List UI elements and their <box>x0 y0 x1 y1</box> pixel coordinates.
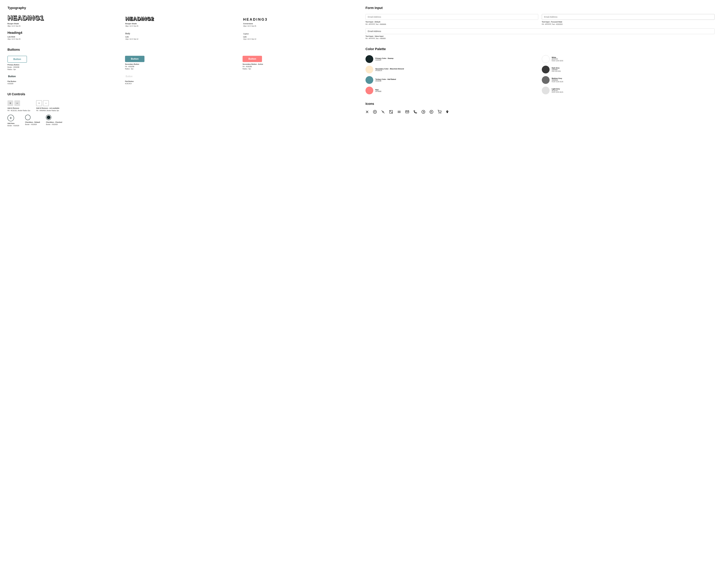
plus-icon <box>9 116 13 120</box>
email-input-default[interactable] <box>365 14 538 20</box>
color-swatch-dark-grey <box>542 66 550 74</box>
menu-icon <box>397 110 401 114</box>
input-row-1: Text Input - Default Fill - #FFFFFF, Tex… <box>365 14 715 25</box>
color-dark-grey: Dark Grey #383838 R56 G56 B56 <box>542 66 715 74</box>
add-remove-label: Add & Remove Fill - #E1E1E1, Border Radi… <box>7 107 30 112</box>
color-white: White #FFFFFF R255 G255 B255 <box>542 55 715 63</box>
heading3-label: Cornerstone 24px / ch 0 / line 25 <box>243 22 357 27</box>
add-remove-disabled-buttons: + − <box>36 100 59 106</box>
typography-section: Typography HEADING1 Bungee Shade 48px / … <box>7 6 357 40</box>
svg-point-19 <box>439 113 439 113</box>
icons-section: Icons <box>365 102 715 114</box>
color-light-grey: Light Grey #E1E1E1 R225 G225 B225 <box>542 87 715 94</box>
ui-controls-section: UI Controls + − Add & Remove Fill - #E1E… <box>7 92 357 127</box>
secondary-active-button[interactable]: Button <box>242 56 262 62</box>
heading2-item: HEADING2 Bungee Shade 36px / ch 0 / line… <box>125 16 239 27</box>
checkbox-checked-group: Checkbox - Checked Border - #162628 <box>46 115 62 126</box>
heading2-label: Bungee Shade 36px / ch 0 / line 25 <box>125 22 239 27</box>
color-info-white: White #FFFFFF R255 G255 B255 <box>552 57 563 62</box>
color-red: Red #FF8080 <box>365 87 538 94</box>
flat-disabled-button: Button <box>125 74 133 79</box>
remove-button[interactable]: − <box>14 100 20 106</box>
color-info-swamp: Primary Color - Swamp #162628 <box>375 58 394 61</box>
input-default-group: Text Input - Default Fill - #FFFFFF, Tex… <box>365 14 538 25</box>
primary-button-label: Primary Button Border - #53929BRadius - … <box>7 64 122 70</box>
add-circle-icon <box>373 110 377 114</box>
svg-line-7 <box>381 110 383 111</box>
icons-title: Icons <box>365 102 715 106</box>
checkbox-default-group: Checkbox - Default Border - #162628 <box>25 115 40 126</box>
color-row-2: Secondary Color - Blanched Almond #FDE9C… <box>365 66 715 74</box>
arrow-right-circle-icon <box>421 110 425 114</box>
add-item-button[interactable] <box>7 115 14 121</box>
caption-display: Caption <box>243 33 357 35</box>
color-row-3: Tertiary Color - Half Baked #53929B Medi… <box>365 76 715 84</box>
arrow-left-circle-icon <box>429 110 433 114</box>
svg-line-10 <box>389 110 392 113</box>
heading4-item: Heading4 Lato Bold 16px / ch 0 / line 25 <box>7 31 121 40</box>
primary-button-group: Button Primary Button Border - #53929BRa… <box>7 56 122 70</box>
type-row-1: HEADING1 Bungee Shade 48px / ch 0 / line… <box>7 14 357 27</box>
buttons-title: Buttons <box>7 48 357 51</box>
form-input-section: Form Input Text Input - Default Fill - #… <box>365 6 715 40</box>
color-half-baked: Tertiary Color - Half Baked #53929B <box>365 76 538 84</box>
controls-row-1: + − Add & Remove Fill - #E1E1E1, Border … <box>7 100 357 112</box>
color-palette-title: Color Palette <box>365 47 715 51</box>
email-input-value[interactable] <box>365 28 715 34</box>
color-info-blanched-almond: Secondary Color - Blanched Almond #FDE9C… <box>375 68 404 71</box>
compress-icon <box>381 110 385 114</box>
add-remove-buttons: + − <box>7 100 30 106</box>
color-row-4: Red #FF8080 Light Grey #E1E1E1 R225 G225… <box>365 87 715 94</box>
color-swatch-red <box>365 87 373 94</box>
color-row-1: Primary Color - Swamp #162628 White #FFF… <box>365 55 715 63</box>
heading2-display: HEADING2 <box>125 16 239 22</box>
color-swatch-medium-grey <box>542 76 550 84</box>
checkbox-row: Add Item Border - #162628 Checkbox - Def… <box>7 115 357 127</box>
color-swatch-half-baked <box>365 76 373 84</box>
buttons-section: Buttons Button Primary Button Border - #… <box>7 48 357 85</box>
mail-icon <box>405 110 409 114</box>
color-palette-section: Color Palette Primary Color - Swamp #162… <box>365 47 715 94</box>
color-blanched-almond: Secondary Color - Blanched Almond #FDE9C… <box>365 66 538 74</box>
color-info-medium-grey: Medium Grey #6A6A6A R106 G106 B106 <box>552 78 563 83</box>
svg-line-8 <box>383 112 384 113</box>
heading4-label: Lato Bold 16px / ch 0 / line 25 <box>7 36 121 40</box>
heading3-display: HEADING3 <box>243 17 357 22</box>
heading3-item: HEADING3 Cornerstone 24px / ch 0 / line … <box>243 17 357 27</box>
checkbox-checked-control[interactable] <box>46 115 51 120</box>
body-item: Body Lato 14px / ch 0 / line 12 <box>125 32 239 40</box>
input-value-label: Text Input - Value Input Fill - #FFFFFF,… <box>365 35 715 40</box>
add-remove-group: + − Add & Remove Fill - #E1E1E1, Border … <box>7 100 30 112</box>
cart-icon <box>438 110 442 114</box>
form-input-title: Form Input <box>365 6 715 10</box>
input-default-label: Text Input - Default Fill - #FFFFFF, Tex… <box>365 21 538 25</box>
input-row-2: Text Input - Value Input Fill - #FFFFFF,… <box>365 28 715 40</box>
add-item-label: Add Item Border - #162628 <box>7 122 19 127</box>
flat-disabled-button-group: Button Flat Button #C4C4C4 <box>125 74 239 85</box>
checkbox-checked-label: Checkbox - Checked Border - #162628 <box>46 121 62 126</box>
close-icon <box>365 110 369 113</box>
checkbox-default-control[interactable] <box>25 115 30 120</box>
add-button[interactable]: + <box>7 100 13 106</box>
icons-row <box>365 110 715 114</box>
color-swatch-white <box>542 55 550 63</box>
phone-icon <box>413 110 417 114</box>
caption-label: Lato 11px / ch 0 / line 13 <box>243 36 357 40</box>
flat-button-group: Button Flat Button #162628 <box>7 74 122 85</box>
secondary-button[interactable]: Button <box>125 56 145 62</box>
caption-item: Caption Lato 11px / ch 0 / line 13 <box>243 33 357 40</box>
secondary-active-button-group: Button Secondary Button - Active Fill - … <box>242 56 357 70</box>
secondary-button-group: Button Secondary Button Fill - #53929BRa… <box>125 56 239 70</box>
color-swatch-swamp <box>365 55 373 63</box>
input-value-group: Text Input - Value Input Fill - #FFFFFF,… <box>365 28 715 40</box>
color-swamp: Primary Color - Swamp #162628 <box>365 55 538 63</box>
primary-button[interactable]: Button <box>7 56 27 63</box>
email-input-focused[interactable] <box>542 14 715 20</box>
color-swatch-light-grey <box>542 87 550 94</box>
flat-button-label: Flat Button #162628 <box>7 80 122 85</box>
type-row-2: Heading4 Lato Bold 16px / ch 0 / line 25… <box>7 31 357 40</box>
color-medium-grey: Medium Grey #6A6A6A R106 G106 B106 <box>542 76 715 84</box>
flat-button[interactable]: Button <box>7 74 17 79</box>
heading1-label: Bungee Shade 48px / ch 0 / line 25 <box>7 22 121 27</box>
remove-disabled-button: − <box>43 100 49 106</box>
